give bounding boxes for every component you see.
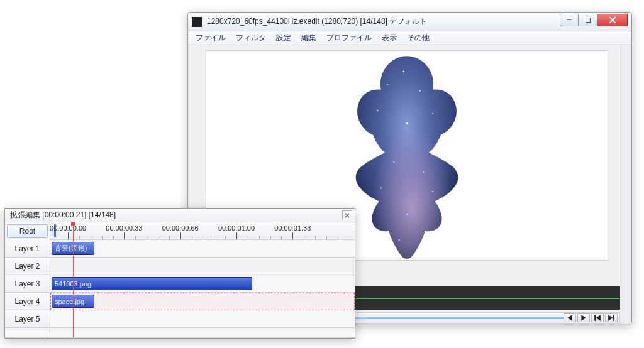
menu-other[interactable]: その他 (403, 31, 433, 45)
svg-point-3 (377, 109, 378, 111)
ruler-subtick (147, 236, 147, 239)
app-icon (192, 17, 202, 27)
layer-label-1[interactable]: Layer 1 (5, 240, 50, 258)
timeline-ruler[interactable]: 00:00:00.0000:00:00.3300:00:00.6600:00:0… (50, 222, 355, 240)
vertical-scrollbar[interactable] (621, 45, 631, 324)
ruler-subtick (214, 236, 214, 239)
ruler-label: 00:00:00.33 (106, 224, 142, 232)
timeline-body: Root Layer 1 Layer 2 Layer 3 Layer 4 Lay… (5, 222, 355, 338)
svg-rect-12 (594, 315, 596, 321)
prev-frame-button[interactable] (564, 313, 576, 322)
ruler-label: 00:00:01.00 (218, 224, 255, 232)
ruler-subtick (315, 236, 316, 239)
playhead[interactable] (73, 222, 74, 337)
svg-point-11 (398, 239, 399, 241)
close-icon (345, 213, 350, 218)
timeline-window: 拡張編集 [00:00:00.21] [14/148] Root Layer 1… (4, 208, 355, 339)
window-title: 1280x720_60fps_44100Hz.exedit (1280,720)… (207, 16, 560, 27)
root-button[interactable]: Root (7, 224, 48, 238)
ruler-tick (68, 232, 69, 239)
ruler-label: 00:00:00.66 (162, 224, 199, 232)
svg-rect-13 (613, 315, 614, 321)
svg-point-9 (432, 190, 433, 192)
ruler-tick (180, 232, 181, 239)
ruler-subtick (113, 236, 114, 239)
transport-controls (564, 313, 618, 322)
ruler-subtick (102, 236, 103, 239)
to-start-icon (594, 314, 601, 322)
svg-point-6 (393, 161, 394, 163)
timeline-tracks[interactable]: 00:00:00.0000:00:00.3300:00:00.6600:00:0… (50, 222, 355, 337)
menu-edit[interactable]: 編集 (297, 31, 320, 45)
to-start-button[interactable] (591, 313, 604, 322)
layer-label-5[interactable]: Layer 5 (5, 310, 50, 328)
menu-view[interactable]: 表示 (378, 31, 401, 45)
play-button[interactable] (577, 313, 590, 322)
timeline-titlebar[interactable]: 拡張編集 [00:00:00.21] [14/148] (5, 209, 355, 222)
close-button[interactable] (597, 14, 628, 26)
ruler-tick (124, 232, 125, 239)
clip-layer-3[interactable]: 541003.png (52, 277, 252, 290)
maximize-button[interactable] (579, 14, 597, 26)
minimize-icon: ─ (567, 16, 571, 23)
ruler-tick (292, 232, 293, 239)
svg-point-1 (402, 70, 404, 72)
to-end-icon (608, 314, 615, 322)
svg-point-7 (422, 171, 423, 172)
ruler-label: 00:00:00.00 (50, 224, 86, 232)
window-controls: ─ (560, 14, 628, 26)
ruler-subtick (158, 236, 158, 239)
ruler-tick (236, 232, 237, 239)
to-end-button[interactable] (605, 313, 618, 322)
ruler-subtick (248, 236, 248, 239)
timeline-close-button[interactable] (342, 210, 352, 220)
layer-label-4[interactable]: Layer 4 (5, 293, 50, 310)
ruler-subtick (91, 236, 91, 239)
prev-frame-icon (566, 314, 574, 322)
ruler-subtick (192, 236, 192, 239)
ruler-subtick (203, 236, 203, 239)
track-layer-2[interactable] (50, 258, 355, 275)
menu-filter[interactable]: フィルタ (232, 31, 270, 45)
close-icon (609, 16, 616, 24)
timeline-title: 拡張編集 [00:00:00.21] [14/148] (10, 210, 116, 220)
ruler-subtick (225, 236, 226, 239)
ruler-subtick (79, 236, 80, 239)
svg-point-0 (387, 84, 388, 85)
ruler-subtick (169, 236, 170, 239)
menu-profile[interactable]: プロファイル (323, 31, 375, 45)
track-layer-3[interactable]: 541003.png (50, 275, 355, 293)
play-icon (580, 314, 587, 322)
track-layer-5[interactable] (50, 310, 355, 328)
preview-content-silhouette (341, 52, 473, 259)
ruler-subtick (326, 236, 327, 239)
minimize-button[interactable]: ─ (560, 14, 579, 26)
menubar: ファイル フィルタ 設定 編集 プロファイル 表示 その他 (188, 31, 631, 45)
layer-label-2[interactable]: Layer 2 (5, 258, 50, 275)
maximize-icon (586, 18, 591, 23)
svg-point-2 (419, 90, 420, 91)
ruler-label: 00:00:01.33 (274, 224, 311, 232)
menu-settings[interactable]: 設定 (272, 31, 295, 45)
ruler-subtick (281, 236, 282, 239)
ruler-subtick (270, 236, 271, 239)
layer-label-3[interactable]: Layer 3 (5, 275, 50, 293)
track-layer-1[interactable]: 背景(図形) (50, 240, 355, 258)
track-layer-4[interactable]: space.jpg (50, 293, 355, 310)
ruler-subtick (338, 236, 338, 239)
ruler-subtick (259, 236, 260, 239)
ruler-subtick (135, 236, 136, 239)
titlebar[interactable]: 1280x720_60fps_44100Hz.exedit (1280,720)… (188, 13, 631, 31)
menu-file[interactable]: ファイル (192, 31, 230, 45)
svg-point-8 (380, 187, 381, 188)
svg-point-10 (406, 213, 407, 214)
ruler-subtick (304, 236, 304, 239)
svg-point-4 (432, 112, 433, 114)
timeline-labels: Root Layer 1 Layer 2 Layer 3 Layer 4 Lay… (5, 222, 50, 337)
svg-point-5 (406, 122, 408, 124)
